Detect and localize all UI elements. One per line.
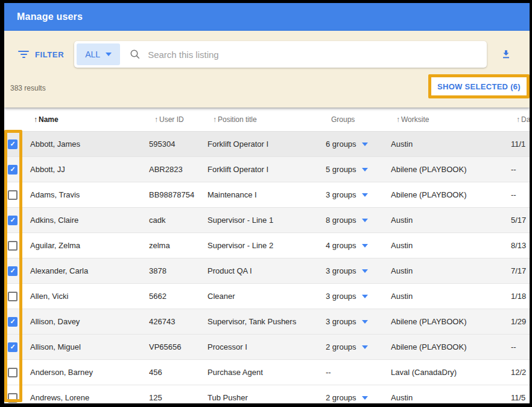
page-title: Manage users xyxy=(17,11,83,22)
cell-checkbox xyxy=(4,190,28,200)
table-row[interactable]: ✓Adkins, ClairecadkSupervisor - Line 18 … xyxy=(4,208,530,233)
column-label: Name xyxy=(39,115,59,124)
groups-dropdown[interactable]: 6 groups xyxy=(326,139,391,149)
row-checkbox[interactable] xyxy=(8,393,17,403)
row-checkbox[interactable] xyxy=(8,241,17,251)
check-icon: ✓ xyxy=(10,141,15,147)
column-header-date[interactable]: ↑Dat xyxy=(516,115,530,124)
cell-worksite: Austin xyxy=(391,292,511,301)
cell-checkbox: ✓ xyxy=(4,317,28,327)
cell-position-title: Forklift Operator I xyxy=(207,139,326,149)
cell-name: Allison, Davey xyxy=(28,317,149,326)
show-selected-highlight: SHOW SELECTED (6) xyxy=(428,74,530,98)
cell-worksite: Abilene (PLAYBOOK) xyxy=(391,165,511,174)
groups-count-label: 3 groups xyxy=(326,190,356,199)
groups-dropdown[interactable]: 2 groups xyxy=(326,342,391,351)
toolbar-row: FILTER ALL xyxy=(4,31,530,68)
table-row[interactable]: ✓Abbott, James595304Forklift Operator I6… xyxy=(4,132,530,157)
filter-button-label: FILTER xyxy=(35,50,64,59)
row-checkbox[interactable] xyxy=(8,368,17,377)
row-checkbox[interactable]: ✓ xyxy=(8,216,17,225)
cell-worksite: Abilene (PLAYBOOK) xyxy=(391,317,511,326)
sort-ascending-icon: ↑ xyxy=(516,115,520,124)
groups-dropdown[interactable]: 3 groups xyxy=(326,292,391,301)
download-button[interactable] xyxy=(500,48,512,60)
search-bar: ALL xyxy=(74,41,487,68)
table-row[interactable]: ✓Allison, MiguelVP65656Processor I2 grou… xyxy=(4,335,530,360)
groups-count-label: 3 groups xyxy=(326,292,356,301)
cell-checkbox xyxy=(4,292,28,301)
groups-dropdown[interactable]: 3 groups xyxy=(326,190,391,199)
cell-checkbox xyxy=(4,393,28,403)
cell-date: 1/18 xyxy=(511,292,530,301)
groups-dropdown[interactable]: 3 groups xyxy=(326,317,391,326)
cell-name: Alexander, Carla xyxy=(28,266,149,275)
cell-position-title: Cleaner xyxy=(207,292,326,301)
groups-count-label: -- xyxy=(326,368,331,377)
chevron-down-icon xyxy=(106,53,112,56)
cell-checkbox xyxy=(4,368,28,377)
groups-dropdown[interactable]: 5 groups xyxy=(326,165,391,174)
sort-ascending-icon: ↑ xyxy=(34,115,37,124)
show-selected-button[interactable]: SHOW SELECTED (6) xyxy=(431,77,527,95)
chevron-down-icon xyxy=(362,244,368,248)
cell-date: 5/17 xyxy=(511,216,530,225)
table-row[interactable]: Andrews, Lorene125Tub Pusher2 groupsAust… xyxy=(4,385,530,403)
column-header-name[interactable]: ↑Name xyxy=(32,115,154,124)
search-icon xyxy=(130,49,141,60)
cell-date: 11/5 xyxy=(511,393,530,402)
screenshot-frame: Manage users FILTER ALL xyxy=(0,0,532,407)
column-header-position[interactable]: ↑Position title xyxy=(213,115,331,124)
cell-name: Abbott, James xyxy=(28,139,149,149)
column-header-groups[interactable]: Groups xyxy=(331,115,396,124)
titlebar: Manage users xyxy=(4,3,530,31)
cell-name: Allison, Miguel xyxy=(28,342,149,351)
groups-dropdown[interactable]: 3 groups xyxy=(326,266,391,275)
row-checkbox[interactable]: ✓ xyxy=(8,317,17,327)
cell-user-id: cadk xyxy=(149,216,207,225)
table-row[interactable]: Adams, TravisBB98878754Maintenance I3 gr… xyxy=(4,182,530,208)
row-checkbox[interactable] xyxy=(8,292,17,301)
users-table: ↑Name↑User ID↑Position titleGroups↑Works… xyxy=(4,107,530,403)
cell-name: Adkins, Claire xyxy=(28,216,149,225)
search-scope-dropdown[interactable]: ALL xyxy=(77,43,120,65)
table-row[interactable]: ✓Allison, Davey426743Supervisor, Tank Pu… xyxy=(4,309,530,335)
column-header-user_id[interactable]: ↑User ID xyxy=(154,115,213,124)
cell-position-title: Purchase Agent xyxy=(207,368,326,377)
cell-user-id: 5662 xyxy=(149,292,207,301)
groups-dropdown[interactable]: 2 groups xyxy=(326,393,391,402)
check-icon: ✓ xyxy=(10,217,15,223)
groups-dropdown[interactable]: 4 groups xyxy=(326,241,391,250)
table-row[interactable]: Allen, Vicki5662Cleaner3 groupsAustin1/1… xyxy=(4,284,530,309)
groups-count-label: 3 groups xyxy=(326,266,356,275)
row-checkbox[interactable]: ✓ xyxy=(8,342,17,352)
sort-ascending-icon: ↑ xyxy=(154,115,158,124)
column-header-worksite[interactable]: ↑Worksite xyxy=(396,115,516,124)
groups-dropdown[interactable]: 8 groups xyxy=(326,216,391,225)
column-label: Position title xyxy=(218,115,257,124)
filter-toolbar: FILTER ALL xyxy=(4,31,530,107)
cell-checkbox: ✓ xyxy=(4,266,28,276)
cell-date: 11/1 xyxy=(511,139,530,149)
groups-count-label: 4 groups xyxy=(326,241,356,250)
table-row[interactable]: ✓Abbott, JJABR2823Forklift Operator I5 g… xyxy=(4,157,530,182)
row-checkbox[interactable]: ✓ xyxy=(8,139,17,149)
row-checkbox[interactable]: ✓ xyxy=(8,266,17,276)
cell-position-title: Tub Pusher xyxy=(207,393,326,402)
cell-position-title: Supervisor, Tank Pushers xyxy=(207,317,326,326)
column-label: Groups xyxy=(331,115,355,124)
groups-count-label: 2 groups xyxy=(326,393,356,402)
table-row[interactable]: Anderson, Barney456Purchase Agent--Laval… xyxy=(4,360,530,385)
table-row[interactable]: ✓Alexander, Carla3878Product QA I3 group… xyxy=(4,258,530,284)
cell-position-title: Supervisor - Line 2 xyxy=(207,241,326,250)
row-checkbox[interactable]: ✓ xyxy=(8,165,17,175)
table-row[interactable]: Aguilar, ZelmazelmaSupervisor - Line 24 … xyxy=(4,233,530,258)
column-label: Dat xyxy=(521,115,530,124)
row-checkbox[interactable] xyxy=(8,190,17,200)
chevron-down-icon xyxy=(362,219,368,222)
filter-button[interactable]: FILTER xyxy=(18,50,64,59)
cell-checkbox: ✓ xyxy=(4,165,28,175)
chevron-down-icon xyxy=(362,320,368,324)
search-input[interactable] xyxy=(148,50,481,60)
cell-worksite: Austin xyxy=(391,393,511,402)
